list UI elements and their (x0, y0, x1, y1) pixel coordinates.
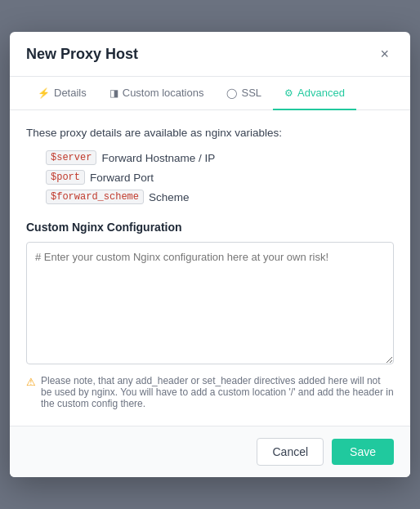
section-title: Custom Nginx Configuration (26, 221, 394, 234)
info-text: These proxy details are available as ngi… (26, 127, 394, 139)
list-item: $server Forward Hostname / IP (46, 150, 394, 165)
server-variable-badge: $server (46, 150, 96, 165)
tab-advanced-label: Advanced (297, 87, 345, 99)
modal-title: New Proxy Host (26, 46, 138, 63)
warning-icon: ⚠ (26, 376, 36, 388)
custom-locations-icon: ◨ (109, 87, 118, 99)
modal-body: These proxy details are available as ngi… (10, 110, 410, 426)
close-button[interactable]: × (375, 45, 394, 63)
list-item: $forward_scheme Scheme (46, 190, 394, 204)
save-button[interactable]: Save (332, 439, 394, 465)
warning-text: ⚠ Please note, that any add_header or se… (26, 375, 394, 409)
ssl-icon: ◯ (226, 87, 237, 99)
port-variable-badge: $port (46, 170, 85, 185)
cancel-button[interactable]: Cancel (257, 438, 324, 466)
tab-custom-locations-label: Custom locations (123, 87, 204, 99)
tab-details[interactable]: ⚡ Details (26, 77, 98, 110)
tab-details-label: Details (54, 87, 87, 99)
warning-message: Please note, that any add_header or set_… (41, 375, 394, 409)
modal-header: New Proxy Host × (10, 32, 410, 77)
forward-scheme-variable-badge: $forward_scheme (46, 190, 144, 204)
tab-ssl[interactable]: ◯ SSL (215, 77, 273, 110)
tab-ssl-label: SSL (241, 87, 261, 99)
modal: New Proxy Host × ⚡ Details ◨ Custom loca… (10, 32, 410, 477)
tab-custom-locations[interactable]: ◨ Custom locations (98, 77, 216, 110)
modal-overlay: New Proxy Host × ⚡ Details ◨ Custom loca… (0, 0, 420, 509)
forward-scheme-variable-description: Scheme (149, 191, 190, 203)
modal-footer: Cancel Save (10, 426, 410, 477)
list-item: $port Forward Port (46, 170, 394, 185)
port-variable-description: Forward Port (90, 172, 154, 184)
tabs-bar: ⚡ Details ◨ Custom locations ◯ SSL ⚙ Adv… (10, 77, 410, 110)
tab-advanced[interactable]: ⚙ Advanced (273, 77, 356, 110)
variables-list: $server Forward Hostname / IP $port Forw… (26, 150, 394, 204)
server-variable-description: Forward Hostname / IP (101, 152, 215, 164)
config-textarea[interactable] (26, 242, 394, 364)
advanced-icon: ⚙ (284, 87, 293, 99)
details-icon: ⚡ (38, 87, 50, 99)
